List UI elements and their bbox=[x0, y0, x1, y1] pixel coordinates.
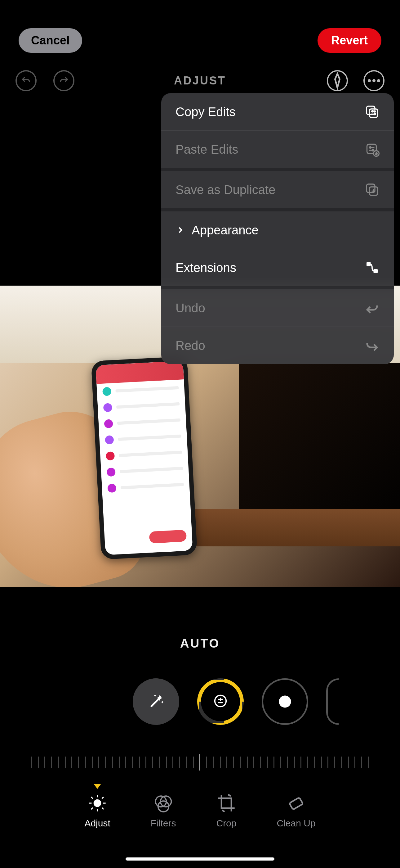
exposure-icon bbox=[212, 693, 229, 709]
svg-line-34 bbox=[102, 797, 104, 799]
tab-crop[interactable]: Crop bbox=[216, 793, 236, 829]
slider-tick bbox=[172, 756, 173, 768]
chevron-right-icon bbox=[175, 223, 186, 238]
slider-tick bbox=[355, 756, 355, 768]
markup-button[interactable] bbox=[327, 70, 348, 91]
redo-icon bbox=[365, 338, 379, 353]
slider-tick bbox=[220, 756, 221, 768]
slider-tick bbox=[307, 756, 308, 768]
slider-tick bbox=[368, 756, 369, 768]
svg-point-1 bbox=[372, 79, 375, 82]
menu-item-extensions[interactable]: Extensions bbox=[161, 249, 394, 289]
markup-pen-icon bbox=[328, 71, 347, 90]
control-brilliance[interactable] bbox=[262, 678, 308, 725]
slider-tick bbox=[186, 756, 187, 768]
current-control-label: AUTO bbox=[180, 637, 220, 650]
revert-button[interactable]: Revert bbox=[318, 28, 381, 53]
eraser-icon bbox=[286, 793, 306, 813]
wand-icon bbox=[145, 691, 167, 712]
svg-line-32 bbox=[102, 808, 104, 809]
duplicate-icon bbox=[365, 182, 379, 197]
tab-label: Clean Up bbox=[277, 818, 316, 829]
tab-label: Adjust bbox=[84, 818, 110, 829]
slider-tick bbox=[213, 756, 214, 768]
top-bar: Cancel Revert bbox=[0, 22, 400, 59]
menu-item-paste-edits: Paste Edits bbox=[161, 131, 394, 171]
tab-cleanup[interactable]: Clean Up bbox=[277, 793, 316, 829]
slider-tick bbox=[341, 756, 342, 768]
control-auto[interactable] bbox=[133, 678, 179, 725]
undo-arrow-icon bbox=[21, 75, 31, 86]
menu-item-undo: Undo bbox=[161, 289, 394, 327]
undo-icon bbox=[365, 301, 379, 315]
slider-tick bbox=[71, 756, 72, 768]
menu-label: Extensions bbox=[175, 261, 236, 275]
extensions-icon bbox=[365, 260, 379, 275]
right-actions bbox=[327, 70, 385, 91]
home-indicator[interactable] bbox=[126, 858, 274, 861]
slider-tick bbox=[139, 756, 140, 768]
slider-tick bbox=[294, 756, 295, 768]
adjustment-controls bbox=[0, 678, 400, 725]
more-button[interactable] bbox=[363, 70, 385, 91]
svg-point-25 bbox=[279, 695, 291, 708]
svg-line-31 bbox=[91, 797, 93, 799]
control-next-peek[interactable] bbox=[326, 678, 339, 725]
cancel-button[interactable]: Cancel bbox=[19, 28, 82, 53]
slider-tick bbox=[92, 756, 93, 768]
slider-tick bbox=[287, 756, 288, 768]
slider-tick bbox=[267, 756, 268, 768]
undo-redo-group bbox=[15, 70, 74, 91]
ellipsis-icon bbox=[365, 71, 383, 90]
mode-title: ADJUST bbox=[174, 74, 226, 87]
svg-rect-19 bbox=[367, 262, 371, 266]
filters-icon bbox=[154, 793, 173, 813]
slider-tick bbox=[361, 756, 362, 768]
tab-filters[interactable]: Filters bbox=[151, 793, 176, 829]
slider-tick bbox=[253, 756, 254, 768]
crop-icon bbox=[216, 793, 236, 813]
slider-tick bbox=[280, 756, 281, 768]
slider-tick bbox=[233, 756, 234, 768]
slider-tick bbox=[105, 756, 106, 768]
menu-label: Save as Duplicate bbox=[175, 183, 275, 197]
menu-label: Appearance bbox=[192, 223, 259, 237]
undo-button[interactable] bbox=[15, 70, 37, 91]
copy-edits-icon bbox=[365, 104, 379, 119]
redo-button[interactable] bbox=[53, 70, 74, 91]
slider-tick bbox=[38, 756, 39, 768]
slider-tick bbox=[273, 756, 274, 768]
adjustment-slider[interactable]: // ticks inserted below after data bind bbox=[31, 753, 369, 771]
slider-tick bbox=[260, 756, 261, 768]
svg-rect-3 bbox=[367, 106, 375, 115]
slider-tick bbox=[51, 756, 52, 768]
slider-tick bbox=[125, 756, 126, 768]
menu-label: Copy Edits bbox=[175, 105, 235, 119]
slider-tick bbox=[119, 756, 120, 768]
menu-label: Redo bbox=[175, 339, 205, 353]
more-context-menu: Copy Edits Paste Edits Save as Duplicate bbox=[161, 93, 394, 364]
slider-tick bbox=[179, 756, 180, 768]
control-exposure[interactable] bbox=[197, 678, 244, 725]
svg-rect-4 bbox=[369, 109, 378, 117]
tab-label: Filters bbox=[151, 818, 176, 829]
slider-tick bbox=[348, 756, 349, 768]
slider-tick bbox=[145, 756, 146, 768]
menu-item-copy-edits[interactable]: Copy Edits bbox=[161, 93, 394, 131]
menu-item-redo: Redo bbox=[161, 327, 394, 364]
slider-tick bbox=[65, 756, 66, 768]
slider-tick bbox=[159, 756, 160, 768]
tab-label: Crop bbox=[216, 818, 236, 829]
slider-tick bbox=[314, 756, 315, 768]
svg-point-0 bbox=[368, 79, 371, 82]
svg-point-2 bbox=[377, 79, 380, 82]
slider-tick bbox=[132, 756, 133, 768]
redo-arrow-icon bbox=[59, 75, 69, 86]
slider-tick bbox=[98, 756, 99, 768]
tab-adjust[interactable]: Adjust bbox=[84, 793, 110, 829]
menu-item-save-duplicate: Save as Duplicate bbox=[161, 171, 394, 211]
brilliance-icon bbox=[276, 693, 294, 710]
slider-tick bbox=[152, 756, 153, 768]
menu-item-appearance[interactable]: Appearance bbox=[161, 211, 394, 249]
slider-tick bbox=[166, 756, 167, 768]
